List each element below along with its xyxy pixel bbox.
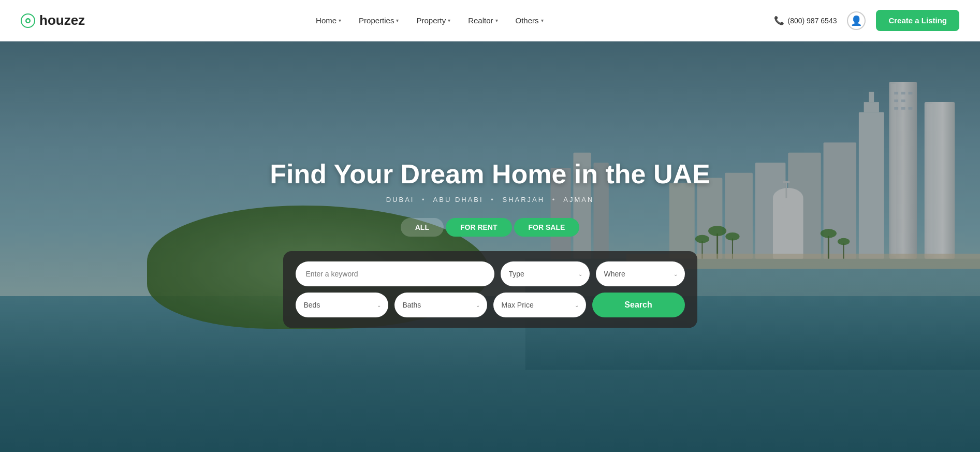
- tab-for-sale[interactable]: FOR SALE: [514, 218, 580, 237]
- phone-number[interactable]: 📞 (800) 987 6543: [774, 16, 837, 25]
- hero-section: Find Your Dream Home in the UAE DUBAI • …: [0, 41, 980, 452]
- search-form: Type Apartment Villa Townhouse ⌄ Where D…: [283, 251, 697, 328]
- keyword-input[interactable]: [296, 261, 494, 286]
- baths-select-wrapper: Baths 1 2 3 4+ ⌄: [394, 293, 487, 317]
- beds-select[interactable]: Beds 1 2 3 4+: [296, 293, 388, 317]
- realtor-chevron-icon: ▾: [495, 18, 498, 23]
- where-select-wrapper: Where Dubai Abu Dhabi Sharjah Ajman ⌄: [596, 261, 685, 286]
- logo[interactable]: houzez: [21, 12, 85, 28]
- nav-item-property[interactable]: Property ▾: [410, 12, 457, 29]
- main-nav: Home ▾ Properties ▾ Property ▾ Realtor ▾…: [310, 12, 549, 29]
- phone-icon: 📞: [774, 16, 784, 25]
- type-select[interactable]: Type Apartment Villa Townhouse: [501, 261, 590, 286]
- hero-title: Find Your Dream Home in the UAE: [257, 159, 723, 190]
- nav-item-others[interactable]: Others ▾: [509, 12, 550, 29]
- hero-content: Find Your Dream Home in the UAE DUBAI • …: [257, 159, 723, 328]
- nav-item-realtor[interactable]: Realtor ▾: [462, 12, 504, 29]
- tab-for-rent[interactable]: FOR RENT: [446, 218, 512, 237]
- property-chevron-icon: ▾: [448, 18, 450, 23]
- search-row-2: Beds 1 2 3 4+ ⌄ Baths 1 2 3 4+: [296, 293, 685, 317]
- navbar: houzez Home ▾ Properties ▾ Property ▾ Re…: [0, 0, 980, 41]
- city-dubai: DUBAI: [386, 196, 415, 203]
- city-sharjah: SHARJAH: [502, 196, 545, 203]
- max-price-select[interactable]: Max Price 500,000 1,000,000 2,000,000 5,…: [493, 293, 586, 317]
- user-account-button[interactable]: 👤: [847, 11, 866, 30]
- others-chevron-icon: ▾: [541, 18, 544, 23]
- dot-2: •: [491, 196, 495, 203]
- user-icon: 👤: [851, 15, 862, 26]
- nav-item-properties[interactable]: Properties ▾: [353, 12, 405, 29]
- tab-all[interactable]: ALL: [401, 218, 444, 237]
- baths-select[interactable]: Baths 1 2 3 4+: [394, 293, 487, 317]
- search-button[interactable]: Search: [592, 293, 685, 317]
- home-chevron-icon: ▾: [339, 18, 341, 23]
- city-abu-dhabi: ABU DHABI: [433, 196, 484, 203]
- navbar-right: 📞 (800) 987 6543 👤 Create a Listing: [774, 10, 959, 31]
- hero-tabs: ALL FOR RENT FOR SALE: [257, 218, 723, 237]
- max-price-select-wrapper: Max Price 500,000 1,000,000 2,000,000 5,…: [493, 293, 586, 317]
- dot-3: •: [552, 196, 557, 203]
- dot-1: •: [422, 196, 426, 203]
- city-ajman: AJMAN: [563, 196, 594, 203]
- where-select[interactable]: Where Dubai Abu Dhabi Sharjah Ajman: [596, 261, 685, 286]
- beds-select-wrapper: Beds 1 2 3 4+ ⌄: [296, 293, 388, 317]
- create-listing-button[interactable]: Create a Listing: [876, 10, 959, 31]
- properties-chevron-icon: ▾: [396, 18, 399, 23]
- svg-point-2: [27, 19, 30, 22]
- search-row-1: Type Apartment Villa Townhouse ⌄ Where D…: [296, 261, 685, 286]
- logo-icon: [21, 13, 35, 28]
- type-select-wrapper: Type Apartment Villa Townhouse ⌄: [501, 261, 590, 286]
- hero-subtitle: DUBAI • ABU DHABI • SHARJAH • AJMAN: [257, 196, 723, 203]
- nav-item-home[interactable]: Home ▾: [310, 12, 347, 29]
- logo-text: houzez: [39, 12, 85, 28]
